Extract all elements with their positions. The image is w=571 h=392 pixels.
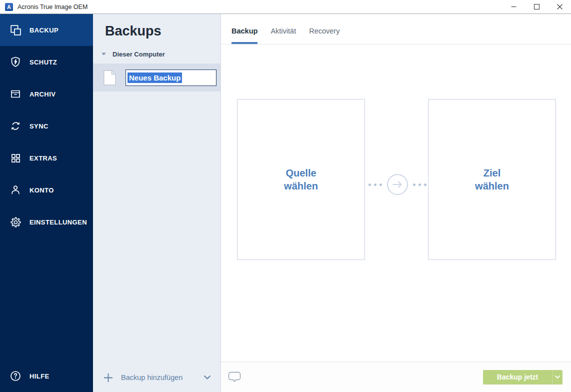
dots-left bbox=[368, 184, 382, 186]
collapse-arrow-icon[interactable] bbox=[102, 52, 106, 56]
sidebar: BACKUP SCHUTZ ARCHIV bbox=[0, 14, 93, 392]
panel-title: Backups bbox=[105, 22, 220, 40]
backups-panel: Backups Dieser Computer Neues Backup B bbox=[93, 14, 220, 392]
maximize-button[interactable] bbox=[525, 0, 548, 14]
sidebar-spacer bbox=[0, 238, 93, 360]
sidebar-item-konto[interactable]: KONTO bbox=[0, 174, 93, 206]
chevron-down-icon bbox=[555, 376, 560, 378]
backup-copies-icon bbox=[8, 24, 22, 36]
close-icon bbox=[557, 4, 562, 10]
main-footer: Backup jetzt bbox=[221, 362, 571, 392]
backup-now-dropdown-button[interactable] bbox=[552, 370, 562, 384]
group-label: Dieser Computer bbox=[112, 50, 165, 58]
speech-bubble-icon[interactable] bbox=[228, 372, 241, 382]
close-button[interactable] bbox=[548, 0, 571, 14]
maximize-icon bbox=[534, 4, 540, 10]
window-controls bbox=[502, 0, 571, 14]
question-circle-icon bbox=[8, 370, 22, 382]
select-source-label-line1: Quelle bbox=[286, 166, 316, 180]
sidebar-item-archiv[interactable]: ARCHIV bbox=[0, 78, 93, 110]
sidebar-item-hilfe[interactable]: HILFE bbox=[0, 360, 93, 392]
main-area: Backup Aktivität Recovery Quelle wählen bbox=[220, 14, 571, 392]
backup-setup-content: Quelle wählen Zie bbox=[221, 44, 571, 362]
chevron-down-icon[interactable] bbox=[204, 376, 210, 380]
add-backup-button[interactable]: Backup hinzufügen bbox=[93, 363, 220, 392]
computer-group-row[interactable]: Dieser Computer bbox=[93, 48, 220, 60]
sidebar-item-label: BACKUP bbox=[30, 26, 58, 34]
title-bar: A Acronis True Image OEM bbox=[0, 0, 571, 14]
tab-recovery[interactable]: Recovery bbox=[309, 14, 340, 44]
tab-backup[interactable]: Backup bbox=[232, 14, 258, 44]
sidebar-item-label: SYNC bbox=[30, 122, 48, 130]
backup-name-input[interactable]: Neues Backup bbox=[126, 70, 216, 86]
sidebar-item-backup[interactable]: BACKUP bbox=[0, 14, 93, 46]
select-destination-box[interactable]: Ziel wählen bbox=[428, 99, 556, 260]
sidebar-item-sync[interactable]: SYNC bbox=[0, 110, 93, 142]
archive-box-icon bbox=[8, 88, 22, 100]
app-logo-icon: A bbox=[5, 3, 13, 11]
select-source-label-line2: wählen bbox=[284, 180, 318, 192]
sidebar-item-label: EINSTELLUNGEN bbox=[30, 218, 87, 226]
window-title: Acronis True Image OEM bbox=[18, 4, 88, 10]
sidebar-item-label: SCHUTZ bbox=[30, 58, 57, 66]
backup-name-selected-text: Neues Backup bbox=[128, 72, 182, 83]
dots-right bbox=[413, 184, 426, 186]
select-source-box[interactable]: Quelle wählen bbox=[237, 99, 365, 260]
sync-arrows-icon bbox=[8, 120, 22, 132]
sidebar-item-schutz[interactable]: SCHUTZ bbox=[0, 46, 93, 78]
backup-now-button[interactable]: Backup jetzt bbox=[483, 370, 552, 384]
backup-list-item[interactable]: Neues Backup bbox=[93, 64, 220, 92]
sidebar-item-label: ARCHIV bbox=[30, 90, 56, 98]
sidebar-item-label: EXTRAS bbox=[30, 154, 57, 162]
add-backup-label: Backup hinzufügen bbox=[121, 374, 182, 382]
sidebar-item-einstellungen[interactable]: EINSTELLUNGEN bbox=[0, 206, 93, 238]
gear-icon bbox=[8, 216, 22, 228]
minimize-button[interactable] bbox=[502, 0, 525, 14]
plus-icon bbox=[104, 374, 112, 382]
grid-squares-icon bbox=[8, 152, 22, 164]
shield-bolt-icon bbox=[8, 56, 22, 68]
backup-now-button-group: Backup jetzt bbox=[483, 370, 562, 384]
file-icon bbox=[104, 70, 116, 86]
sidebar-item-extras[interactable]: EXTRAS bbox=[0, 142, 93, 174]
person-icon bbox=[8, 184, 22, 196]
minimize-icon bbox=[511, 4, 516, 10]
select-destination-label-line1: Ziel bbox=[484, 166, 500, 180]
tab-aktivitaet[interactable]: Aktivität bbox=[270, 14, 296, 44]
arrow-right-circle-icon bbox=[386, 174, 408, 196]
tab-bar: Backup Aktivität Recovery bbox=[221, 14, 571, 44]
sidebar-item-label: KONTO bbox=[30, 186, 54, 194]
sidebar-item-label: HILFE bbox=[30, 372, 50, 380]
select-destination-label-line2: wählen bbox=[475, 180, 509, 192]
source-to-destination-connector bbox=[368, 174, 426, 196]
